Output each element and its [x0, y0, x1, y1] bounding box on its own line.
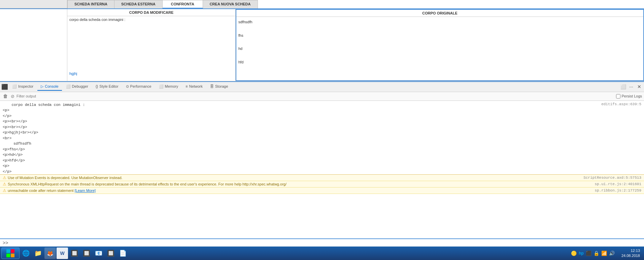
clock-time: 12:13 [621, 248, 640, 253]
tab-scheda-esterna[interactable]: SCHEDA ESTERNA [114, 0, 163, 8]
network-tray-icon[interactable]: 📶 [601, 251, 607, 256]
tab-debugger[interactable]: ⬜ Debugger [63, 83, 92, 91]
filter-icon: ⊘ [11, 94, 14, 99]
console-filter-bar: 🗑 ⊘ Persist Logs [0, 92, 644, 101]
taskbar-app8-icon[interactable]: 🔲 [105, 248, 116, 259]
corpo-originale-panel: CORPO ORIGINALE sdfhsdfh fhs hd hfd [236, 9, 644, 81]
system-clock[interactable]: 12:13 24.08.2018 [619, 248, 643, 259]
corpo-da-modificare-header: CORPO DA MODIFICARE [67, 9, 235, 16]
taskbar-folder-icon[interactable]: 📁 [32, 248, 44, 259]
storage-icon: 🗄 [210, 84, 214, 88]
taskbar-pdf-icon[interactable]: 📄 [117, 248, 129, 259]
style-editor-icon: {} [96, 84, 98, 88]
console-line-9: <p>hd</p> [0, 152, 644, 158]
taskbar: 🌐 📁 🦊 W 🔲 🔲 📧 🔲 📄 🟡 hp ⬛ 🔒 📶 🔊 12:13 24.… [0, 247, 644, 260]
main-tabs: SCHEDA INTERNA SCHEDA ESTERNA CONFRONTA … [67, 0, 644, 8]
taskbar-firefox-icon[interactable]: 🦊 [44, 248, 56, 259]
warning-3: ⚠ unreachable code after return statemen… [0, 187, 644, 194]
orig-line-1: sdfhsdfh [238, 19, 641, 26]
console-prompt-icon: >> [3, 240, 8, 245]
windows-logo-icon [6, 249, 15, 258]
warning-icon-3: ⚠ [3, 188, 6, 193]
console-input-area: >> [0, 238, 644, 247]
taskbar-app6-icon[interactable]: 🔲 [81, 248, 92, 259]
console-ref-main: editifs.aspx:639:5 [601, 102, 641, 108]
warning-ref-3: sp.ribbon.js:2:177259 [595, 189, 641, 193]
warning-ref-1: ScriptResource.axd:5:57513 [583, 176, 641, 180]
console-line-12: </p> [0, 169, 644, 175]
console-icon: ▷ [41, 84, 43, 89]
clock-date: 24.08.2018 [621, 253, 640, 258]
inspector-label: Inspector [18, 84, 33, 88]
warning-icon-1: ⚠ [3, 175, 6, 180]
persist-logs-checkbox[interactable] [616, 94, 620, 98]
console-entry-main: corpo della scheda con immagini : editif… [0, 102, 644, 108]
left-panel [0, 9, 67, 81]
clear-console-icon[interactable]: 🗑 [2, 93, 9, 99]
start-button[interactable] [1, 248, 20, 259]
tab-scheda-interna[interactable]: SCHEDA INTERNA [67, 0, 114, 8]
tab-network[interactable]: ≡ Network [182, 83, 206, 90]
console-line-11: <p> [0, 163, 644, 169]
orig-line-4 [238, 39, 641, 46]
console-line-6: <br> [0, 136, 644, 141]
orig-line-3: fhs [238, 32, 641, 39]
devtools-panel: ⬛ ⬜ Inspector ▷ Console ⬜ Debugger {} St… [0, 81, 644, 247]
tab-crea-nuova-scheda[interactable]: CREA NUOVA SCHEDA [203, 0, 258, 8]
orig-line-6 [238, 52, 641, 59]
network-label: Network [189, 84, 203, 88]
original-content: sdfhsdfh fhs hd hfd [236, 17, 643, 68]
console-line-2: </p> [0, 113, 644, 119]
debugger-label: Debugger [72, 84, 88, 88]
tray-icon-4[interactable]: 🔒 [594, 251, 599, 256]
memory-icon: ⬜ [159, 84, 164, 89]
warning-ref-2: sp.ui.rte.js:2:401601 [595, 182, 641, 186]
performance-icon: ⊙ [126, 84, 129, 89]
tab-performance[interactable]: ⊙ Performance [123, 83, 155, 91]
storage-label: Storage [215, 84, 228, 88]
devtools-right-buttons: ⬜ ··· ✕ [620, 83, 643, 90]
taskbar-outlook-icon[interactable]: 📧 [93, 248, 104, 259]
system-tray: 🟡 hp ⬛ 🔒 📶 🔊 [568, 251, 617, 256]
console-line-1: <p> [0, 108, 644, 113]
taskbar-word-icon[interactable]: W [57, 248, 68, 259]
console-line-8: <p>fhs</p> [0, 147, 644, 152]
console-line-3: <p><br></p> [0, 119, 644, 124]
devtools-dock-icon[interactable]: ⬜ [620, 83, 626, 90]
taskbar-right: 🟡 hp ⬛ 🔒 📶 🔊 12:13 24.08.2018 [568, 248, 643, 259]
devtools-more-icon[interactable]: ··· [628, 83, 635, 90]
warning-text-3: unreachable code after return statement … [8, 189, 595, 193]
persist-logs-container: Persist Logs [616, 94, 642, 98]
tray-icon-1[interactable]: 🟡 [571, 251, 577, 256]
devtools-close-icon[interactable]: ✕ [636, 83, 643, 90]
performance-label: Performance [130, 84, 151, 88]
console-line-7: sdfhsdfh [0, 141, 644, 147]
orig-line-5: hd [238, 46, 641, 52]
tab-confronta[interactable]: CONFRONTA [163, 0, 203, 8]
hp-icon[interactable]: hp [579, 251, 584, 256]
devtools-responsive-icon[interactable]: ⬛ [1, 83, 8, 90]
learn-more-link[interactable]: [Learn More] [75, 189, 96, 193]
warning-text-2: Synchronous XMLHttpRequest on the main t… [8, 182, 595, 186]
tab-style-editor[interactable]: {} Style Editor [92, 83, 122, 90]
corpo-da-modificare-panel: CORPO DA MODIFICARE corpo della scheda c… [67, 9, 236, 81]
console-input[interactable] [10, 241, 641, 245]
tab-inspector[interactable]: ⬜ Inspector [9, 83, 37, 91]
svg-rect-2 [6, 254, 10, 257]
devtools-toolbar: ⬛ ⬜ Inspector ▷ Console ⬜ Debugger {} St… [0, 82, 644, 92]
tab-memory[interactable]: ⬜ Memory [156, 83, 182, 91]
tab-storage[interactable]: 🗄 Storage [207, 83, 232, 90]
console-line-4: <p><br></p> [0, 124, 644, 130]
console-output: corpo della scheda con immagini : editif… [0, 101, 644, 238]
left-spacer [0, 0, 67, 8]
inspector-icon: ⬜ [12, 84, 17, 89]
taskbar-ie-icon[interactable]: 🌐 [20, 248, 32, 259]
taskbar-app5-icon[interactable]: 🔲 [69, 248, 80, 259]
filter-input[interactable] [16, 94, 614, 98]
volume-tray-icon[interactable]: 🔊 [609, 251, 615, 256]
warning-2: ⚠ Synchronous XMLHttpRequest on the main… [0, 181, 644, 187]
console-text-main: corpo della scheda con immagini : [3, 102, 85, 108]
tab-console[interactable]: ▷ Console [37, 83, 62, 91]
corpo-originale-header: CORPO ORIGINALE [236, 10, 643, 17]
tray-icon-3[interactable]: ⬛ [586, 251, 591, 256]
